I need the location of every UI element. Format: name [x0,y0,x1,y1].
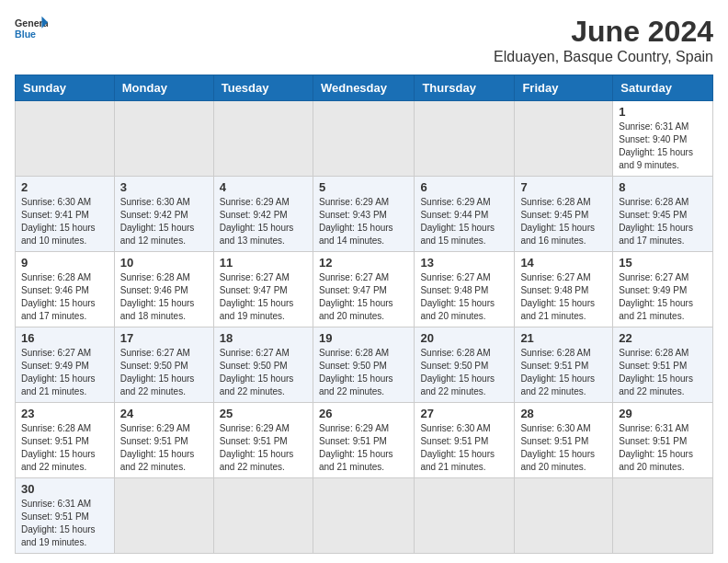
day-number: 12 [319,256,408,270]
calendar-cell: 22Sunrise: 6:28 AM Sunset: 9:51 PM Dayli… [613,327,713,403]
calendar-cell: 25Sunrise: 6:29 AM Sunset: 9:51 PM Dayli… [213,403,313,478]
weekday-tuesday: Tuesday [213,75,313,101]
calendar-cell: 29Sunrise: 6:31 AM Sunset: 9:51 PM Dayli… [613,403,713,478]
weekday-sunday: Sunday [16,75,115,101]
day-number: 24 [120,407,208,420]
day-info: Sunrise: 6:29 AM Sunset: 9:42 PM Dayligh… [220,196,307,247]
calendar-cell [515,478,613,554]
day-number: 7 [520,180,607,194]
calendar-cell [515,101,613,177]
calendar-cell [213,101,313,177]
day-info: Sunrise: 6:31 AM Sunset: 9:51 PM Dayligh… [21,498,108,549]
month-year: June 2024 [494,15,713,49]
calendar-cell: 11Sunrise: 6:27 AM Sunset: 9:47 PM Dayli… [213,252,313,327]
day-number: 28 [520,407,607,420]
calendar-cell: 26Sunrise: 6:29 AM Sunset: 9:51 PM Dayli… [313,403,414,478]
day-number: 15 [619,256,707,270]
generalblue-logo-icon: General Blue [15,15,48,40]
weekday-saturday: Saturday [613,75,713,101]
day-number: 25 [220,407,307,420]
day-number: 2 [21,180,108,194]
calendar-cell: 19Sunrise: 6:28 AM Sunset: 9:50 PM Dayli… [313,327,414,403]
day-number: 4 [220,180,307,194]
calendar-cell: 20Sunrise: 6:28 AM Sunset: 9:50 PM Dayli… [415,327,515,403]
day-info: Sunrise: 6:28 AM Sunset: 9:50 PM Dayligh… [420,347,508,398]
day-info: Sunrise: 6:28 AM Sunset: 9:50 PM Dayligh… [319,347,408,398]
calendar-table: SundayMondayTuesdayWednesdayThursdayFrid… [15,75,713,554]
day-number: 6 [420,180,508,194]
calendar-week-row: 1Sunrise: 6:31 AM Sunset: 9:40 PM Daylig… [16,101,713,177]
weekday-friday: Friday [515,75,613,101]
day-info: Sunrise: 6:28 AM Sunset: 9:51 PM Dayligh… [619,347,707,398]
calendar-week-row: 30Sunrise: 6:31 AM Sunset: 9:51 PM Dayli… [16,478,713,554]
calendar-cell: 14Sunrise: 6:27 AM Sunset: 9:48 PM Dayli… [515,252,613,327]
location: Elduayen, Basque Country, Spain [494,49,713,65]
day-info: Sunrise: 6:31 AM Sunset: 9:51 PM Dayligh… [619,422,707,474]
day-number: 10 [120,256,208,270]
svg-text:Blue: Blue [15,29,36,40]
weekday-header-row: SundayMondayTuesdayWednesdayThursdayFrid… [16,75,713,101]
day-number: 14 [520,256,607,270]
day-info: Sunrise: 6:28 AM Sunset: 9:51 PM Dayligh… [21,422,108,474]
calendar-cell: 16Sunrise: 6:27 AM Sunset: 9:49 PM Dayli… [16,327,115,403]
day-number: 17 [120,331,208,345]
day-info: Sunrise: 6:30 AM Sunset: 9:42 PM Dayligh… [120,196,208,247]
day-number: 3 [120,180,208,194]
day-info: Sunrise: 6:27 AM Sunset: 9:50 PM Dayligh… [120,347,208,398]
calendar-cell: 10Sunrise: 6:28 AM Sunset: 9:46 PM Dayli… [114,252,213,327]
calendar-week-row: 2Sunrise: 6:30 AM Sunset: 9:41 PM Daylig… [16,177,713,252]
day-info: Sunrise: 6:30 AM Sunset: 9:51 PM Dayligh… [420,422,508,474]
day-info: Sunrise: 6:27 AM Sunset: 9:50 PM Dayligh… [220,347,307,398]
day-number: 5 [319,180,408,194]
day-number: 8 [619,180,707,194]
day-info: Sunrise: 6:29 AM Sunset: 9:43 PM Dayligh… [319,196,408,247]
calendar-cell: 2Sunrise: 6:30 AM Sunset: 9:41 PM Daylig… [16,177,115,252]
calendar-cell [16,101,115,177]
title-block: June 2024 Elduayen, Basque Country, Spai… [494,15,713,65]
calendar-cell [114,101,213,177]
calendar-cell: 7Sunrise: 6:28 AM Sunset: 9:45 PM Daylig… [515,177,613,252]
weekday-wednesday: Wednesday [313,75,414,101]
calendar-week-row: 9Sunrise: 6:28 AM Sunset: 9:46 PM Daylig… [16,252,713,327]
day-number: 1 [619,105,707,119]
calendar-cell: 18Sunrise: 6:27 AM Sunset: 9:50 PM Dayli… [213,327,313,403]
calendar-cell: 30Sunrise: 6:31 AM Sunset: 9:51 PM Dayli… [16,478,115,554]
day-number: 23 [21,407,108,420]
day-info: Sunrise: 6:29 AM Sunset: 9:51 PM Dayligh… [120,422,208,474]
calendar-cell [415,478,515,554]
day-info: Sunrise: 6:27 AM Sunset: 9:48 PM Dayligh… [520,271,607,323]
calendar-cell: 24Sunrise: 6:29 AM Sunset: 9:51 PM Dayli… [114,403,213,478]
day-info: Sunrise: 6:28 AM Sunset: 9:45 PM Dayligh… [619,196,707,247]
day-info: Sunrise: 6:27 AM Sunset: 9:48 PM Dayligh… [420,271,508,323]
logo: General Blue [15,15,48,40]
day-info: Sunrise: 6:30 AM Sunset: 9:41 PM Dayligh… [21,196,108,247]
calendar-cell: 4Sunrise: 6:29 AM Sunset: 9:42 PM Daylig… [213,177,313,252]
calendar-cell: 3Sunrise: 6:30 AM Sunset: 9:42 PM Daylig… [114,177,213,252]
day-number: 27 [420,407,508,420]
calendar-cell: 15Sunrise: 6:27 AM Sunset: 9:49 PM Dayli… [613,252,713,327]
day-number: 30 [21,482,108,496]
day-number: 13 [420,256,508,270]
day-number: 26 [319,407,408,420]
calendar-week-row: 23Sunrise: 6:28 AM Sunset: 9:51 PM Dayli… [16,403,713,478]
calendar-cell: 28Sunrise: 6:30 AM Sunset: 9:51 PM Dayli… [515,403,613,478]
day-number: 20 [420,331,508,345]
header: General Blue June 2024 Elduayen, Basque … [15,15,713,65]
day-info: Sunrise: 6:30 AM Sunset: 9:51 PM Dayligh… [520,422,607,474]
calendar-cell [613,478,713,554]
day-number: 9 [21,256,108,270]
day-info: Sunrise: 6:28 AM Sunset: 9:45 PM Dayligh… [520,196,607,247]
day-info: Sunrise: 6:27 AM Sunset: 9:47 PM Dayligh… [220,271,307,323]
day-info: Sunrise: 6:29 AM Sunset: 9:51 PM Dayligh… [220,422,307,474]
calendar-cell: 23Sunrise: 6:28 AM Sunset: 9:51 PM Dayli… [16,403,115,478]
day-info: Sunrise: 6:27 AM Sunset: 9:49 PM Dayligh… [21,347,108,398]
day-info: Sunrise: 6:28 AM Sunset: 9:51 PM Dayligh… [520,347,607,398]
calendar-cell: 13Sunrise: 6:27 AM Sunset: 9:48 PM Dayli… [415,252,515,327]
day-info: Sunrise: 6:29 AM Sunset: 9:51 PM Dayligh… [319,422,408,474]
day-number: 16 [21,331,108,345]
day-info: Sunrise: 6:28 AM Sunset: 9:46 PM Dayligh… [21,271,108,323]
day-info: Sunrise: 6:28 AM Sunset: 9:46 PM Dayligh… [120,271,208,323]
calendar-cell: 9Sunrise: 6:28 AM Sunset: 9:46 PM Daylig… [16,252,115,327]
calendar-cell [213,478,313,554]
calendar-cell [313,478,414,554]
